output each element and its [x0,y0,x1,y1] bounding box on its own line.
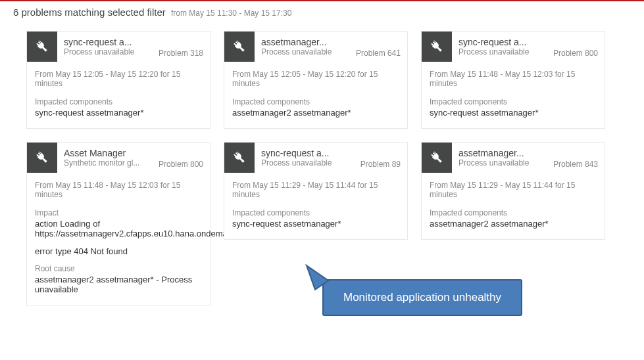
section-label: Impacted components [430,97,597,106]
card-icon-box [27,143,57,173]
problem-number: Problem 318 [159,49,203,58]
card-body: From May 15 11:48 - May 15 12:03 for 15 … [27,173,210,305]
problem-timerange: From May 15 11:29 - May 15 11:44 for 15 … [430,181,597,199]
section-label: Impact [35,208,202,217]
card-header-text: Asset Manager Synthetic monitor gl... Pr… [57,143,210,173]
card-icon-box [27,32,57,62]
problem-card[interactable]: sync-request a... Process unavailable Pr… [26,31,211,129]
problem-timerange: From May 15 12:05 - May 15 12:20 for 15 … [232,70,399,88]
section-value: sync-request assetmanager* [35,108,202,118]
problem-title: sync-request a... [64,37,203,47]
problem-title: assetmanager... [458,148,598,158]
header-timerange: from May 15 11:30 - May 15 17:30 [171,9,291,18]
card-header: sync-request a... Process unavailable Pr… [224,143,407,173]
card-header: assetmanager... Process unavailable Prob… [422,143,605,173]
section-label: Impacted components [232,97,399,106]
card-body: From May 15 11:48 - May 15 12:03 for 15 … [422,62,605,128]
card-header: sync-request a... Process unavailable Pr… [27,32,210,62]
plug-icon [35,39,49,54]
card-header: sync-request a... Process unavailable Pr… [422,32,605,62]
card-header: assetmanager... Process unavailable Prob… [224,32,407,62]
section-value: sync-request assetmanager* [232,219,399,229]
plug-icon [430,39,444,54]
card-body: From May 15 12:05 - May 15 12:20 for 15 … [27,62,210,128]
problem-card[interactable]: assetmanager... Process unavailable Prob… [421,142,605,240]
problem-card[interactable]: assetmanager... Process unavailable Prob… [224,31,408,129]
problem-number: Problem 843 [553,160,598,169]
problem-number: Problem 800 [553,49,598,58]
problem-timerange: From May 15 11:48 - May 15 12:03 for 15 … [430,70,597,88]
section-label: Root cause [35,264,202,273]
problem-title: assetmanager... [261,37,401,47]
card-header-text: sync-request a... Process unavailable Pr… [57,32,210,62]
card-header: Asset Manager Synthetic monitor gl... Pr… [27,143,210,173]
section-label: Impacted components [430,208,597,217]
card-header-text: sync-request a... Process unavailable Pr… [255,143,407,173]
plug-icon [35,150,49,165]
section-value: action Loading of https://assetmanagerv2… [35,219,202,238]
section-value: sync-request assetmanager* [430,108,597,118]
header-title: 6 problems matching selected filter [13,7,166,18]
card-icon-box [224,143,255,173]
callout-pointer-icon [299,262,332,295]
card-header-text: assetmanager... Process unavailable Prob… [452,143,605,173]
section-value: assetmanager2 assetmanager* [430,219,597,229]
card-icon-box [224,32,255,62]
card-body: From May 15 11:29 - May 15 11:44 for 15 … [224,173,407,239]
svg-marker-0 [307,265,328,290]
card-icon-box [422,32,452,62]
page-header: 6 problems matching selected filter from… [0,1,644,18]
card-body: From May 15 12:05 - May 15 12:20 for 15 … [224,62,407,128]
section-value: error type 404 Not found [35,246,202,256]
problem-timerange: From May 15 11:48 - May 15 12:03 for 15 … [35,181,202,199]
problem-card[interactable]: sync-request a... Process unavailable Pr… [421,31,605,129]
problem-title: Asset Manager [64,148,203,158]
card-header-text: assetmanager... Process unavailable Prob… [255,32,407,62]
section-value: assetmanager2 assetmanager* - Process un… [35,275,202,294]
problem-timerange: From May 15 11:29 - May 15 11:44 for 15 … [232,181,399,199]
problem-number: Problem 89 [360,160,401,169]
plug-icon [232,150,247,165]
problem-card[interactable]: Asset Manager Synthetic monitor gl... Pr… [26,142,211,305]
card-icon-box [422,143,452,173]
problem-number: Problem 641 [356,49,401,58]
section-label: Impacted components [35,97,202,106]
card-header-text: sync-request a... Process unavailable Pr… [452,32,605,62]
problem-title: sync-request a... [458,37,598,47]
problem-timerange: From May 15 12:05 - May 15 12:20 for 15 … [35,70,202,88]
plug-icon [232,39,247,54]
section-label: Impacted components [232,208,399,217]
problem-title: sync-request a... [261,148,401,158]
annotation-callout: Monitored application unhealthy [322,279,522,316]
card-body: From May 15 11:29 - May 15 11:44 for 15 … [422,173,605,239]
problem-number: Problem 800 [159,160,203,169]
plug-icon [430,150,444,165]
problem-card[interactable]: sync-request a... Process unavailable Pr… [224,142,408,240]
section-value: assetmanager2 assetmanager* [232,108,399,118]
callout-text: Monitored application unhealthy [343,291,501,304]
